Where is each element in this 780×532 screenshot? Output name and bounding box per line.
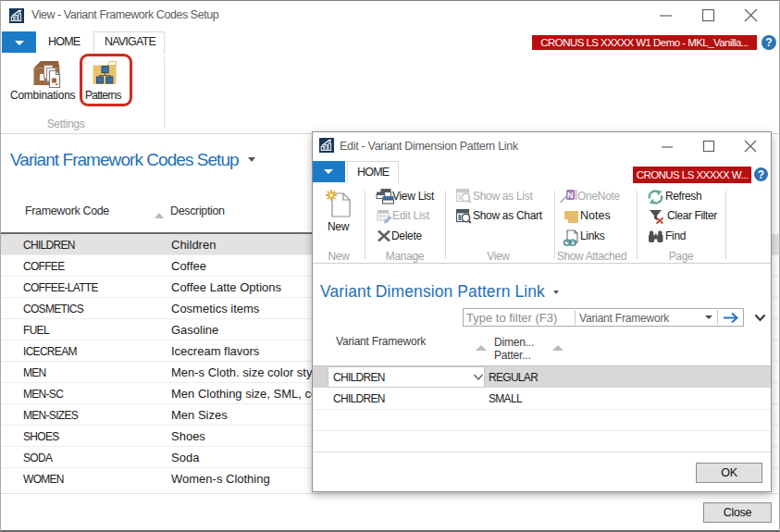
svg-text:N: N bbox=[567, 191, 574, 200]
